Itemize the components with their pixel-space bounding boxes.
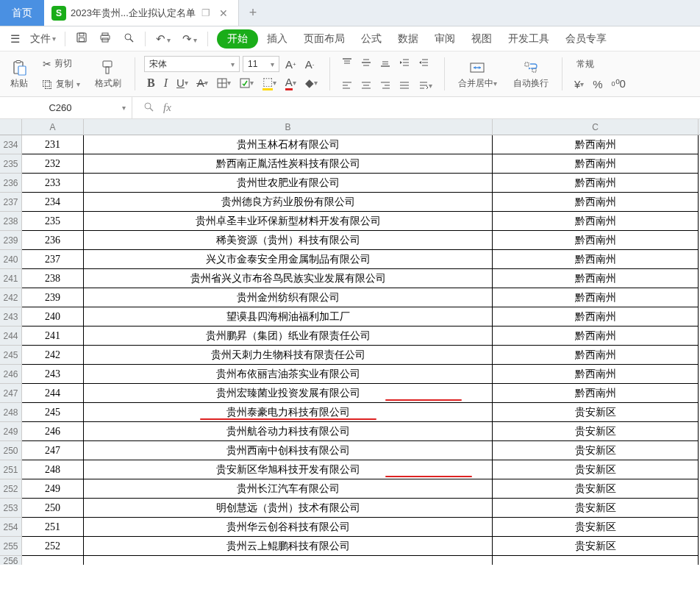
row-header[interactable]: 247 xyxy=(0,384,22,403)
cell[interactable]: 贵安新区 xyxy=(493,460,699,479)
menu-tab-1[interactable]: 插入 xyxy=(260,28,295,50)
cell[interactable]: 黔西南州 xyxy=(493,365,699,384)
menu-tab-2[interactable]: 页面布局 xyxy=(296,28,352,50)
cell[interactable]: 贵州布依丽吉油茶实业有限公司 xyxy=(84,365,493,384)
orientation-icon[interactable]: ▾ xyxy=(415,79,435,92)
row-header[interactable]: 254 xyxy=(0,518,22,537)
align-middle-icon[interactable] xyxy=(358,56,374,69)
cell[interactable]: 248 xyxy=(22,460,84,479)
row-header[interactable]: 239 xyxy=(0,231,22,250)
row-header[interactable]: 244 xyxy=(0,327,22,346)
row-header[interactable]: 246 xyxy=(0,365,22,384)
cell[interactable]: 明创慧远（贵州）技术有限公司 xyxy=(84,499,493,518)
close-icon[interactable]: ✕ xyxy=(216,7,231,19)
indent-decrease-icon[interactable] xyxy=(396,56,413,69)
percent-icon[interactable]: % xyxy=(590,76,605,92)
cell[interactable]: 望谟县四海桐油福利加工厂 xyxy=(84,307,493,327)
row-header[interactable]: 250 xyxy=(0,441,22,460)
cell[interactable]: 贵安新区 xyxy=(493,537,699,556)
cell[interactable]: 黔西南州 xyxy=(493,174,699,193)
print-preview-icon[interactable] xyxy=(118,29,139,49)
file-menu[interactable]: 文件▾ xyxy=(27,32,59,46)
cell[interactable]: 黔西南正胤活性炭科技有限公司 xyxy=(84,154,493,174)
cell[interactable]: 246 xyxy=(22,422,84,441)
cell[interactable]: 贵州鹏昇（集团）纸业有限责任公司 xyxy=(84,327,493,346)
cell[interactable]: 贵安新区 xyxy=(493,518,699,537)
cell[interactable]: 250 xyxy=(22,499,84,518)
font-name-select[interactable]: 宋体▾ xyxy=(144,56,240,72)
bold-button[interactable]: B xyxy=(144,75,158,91)
row-header[interactable]: 245 xyxy=(0,346,22,365)
cell[interactable]: 贵安新区华旭科技开发有限公司 xyxy=(84,460,493,479)
justify-icon[interactable] xyxy=(396,79,413,92)
cell[interactable]: 黔西南州 xyxy=(493,269,699,288)
cell[interactable]: 234 xyxy=(22,193,84,212)
merge-center-button[interactable]: 合并居中▾ xyxy=(454,54,501,93)
cell[interactable]: 贵州世农肥业有限公司 xyxy=(84,174,493,193)
menu-tab-6[interactable]: 视图 xyxy=(464,28,499,50)
cell[interactable] xyxy=(84,556,493,565)
row-header[interactable]: 240 xyxy=(0,250,22,269)
chevron-down-icon[interactable]: ▾ xyxy=(122,104,126,112)
menu-tab-5[interactable]: 审阅 xyxy=(427,28,463,50)
cell[interactable]: 232 xyxy=(22,154,84,174)
cell[interactable]: 贵州天刺力生物科技有限责任公司 xyxy=(84,346,493,365)
menu-tab-0[interactable]: 开始 xyxy=(217,29,258,49)
cell[interactable]: 贵安新区 xyxy=(493,403,699,422)
name-box[interactable]: C260 ▾ xyxy=(0,97,132,118)
cell[interactable]: 242 xyxy=(22,346,84,365)
cell[interactable]: 黔西南州 xyxy=(493,327,699,346)
cell[interactable]: 241 xyxy=(22,327,84,346)
fx-label[interactable]: fx xyxy=(163,101,171,114)
cut-button[interactable]: ✂剪切 xyxy=(40,56,83,71)
cell[interactable]: 黔西南州 xyxy=(493,384,699,403)
cell[interactable]: 236 xyxy=(22,231,84,250)
cell[interactable]: 贵州长江汽车有限公司 xyxy=(84,479,493,499)
fill-color-button[interactable]: ◆▾ xyxy=(302,75,321,91)
cell[interactable]: 贵州西南中创科技有限公司 xyxy=(84,441,493,460)
row-header[interactable]: 238 xyxy=(0,212,22,231)
redo-icon[interactable]: ↷▾ xyxy=(178,29,201,49)
cell[interactable]: 贵州云上鲲鹏科技有限公司 xyxy=(84,537,493,556)
cell[interactable]: 243 xyxy=(22,365,84,384)
row-header[interactable]: 255 xyxy=(0,537,22,556)
row-header[interactable]: 242 xyxy=(0,288,22,307)
tab-document[interactable]: S 2023年贵州...企业拟认定名单 ❐ ✕ xyxy=(44,0,239,26)
print-icon[interactable] xyxy=(95,29,115,49)
cell[interactable]: 233 xyxy=(22,174,84,193)
cell[interactable]: 兴义市金泰安全用金属制品有限公司 xyxy=(84,250,493,269)
cell[interactable]: 237 xyxy=(22,250,84,269)
cell[interactable]: 稀美资源（贵州）科技有限公司 xyxy=(84,231,493,250)
align-center-icon[interactable] xyxy=(358,79,374,92)
increase-font-icon[interactable]: A+ xyxy=(282,57,299,72)
save-icon[interactable] xyxy=(71,29,92,49)
paste-button[interactable]: 粘贴 xyxy=(6,54,32,93)
cell[interactable]: 240 xyxy=(22,307,84,327)
select-all-corner[interactable] xyxy=(0,119,22,135)
row-header[interactable]: 252 xyxy=(0,479,22,499)
align-top-icon[interactable] xyxy=(339,56,355,69)
cell[interactable]: 247 xyxy=(22,441,84,460)
underline-button[interactable]: U▾ xyxy=(174,75,191,90)
hamburger-icon[interactable]: ☰ xyxy=(6,29,24,49)
cell[interactable]: 黔西南州 xyxy=(493,250,699,269)
format-painter-button[interactable]: 格式刷 xyxy=(90,54,126,93)
cell[interactable]: 贵州卓圣丰业环保新型材料开发有限公司 xyxy=(84,212,493,231)
cell[interactable]: 251 xyxy=(22,518,84,537)
cell[interactable]: 黔西南州 xyxy=(493,307,699,327)
row-header[interactable]: 249 xyxy=(0,422,22,441)
search-function-icon[interactable] xyxy=(143,101,154,115)
row-header[interactable]: 235 xyxy=(0,154,22,174)
cell[interactable]: 贵州金州纺织有限公司 xyxy=(84,288,493,307)
col-header-a[interactable]: A xyxy=(22,119,84,135)
align-left-icon[interactable] xyxy=(339,79,355,92)
cell[interactable]: 244 xyxy=(22,384,84,403)
row-header[interactable]: 237 xyxy=(0,193,22,212)
col-header-c[interactable]: C xyxy=(493,119,699,135)
window-restore-icon[interactable]: ❐ xyxy=(200,7,212,18)
cell[interactable]: 贵州德良方药业股份有限公司 xyxy=(84,193,493,212)
cell[interactable]: 贵州华云创谷科技有限公司 xyxy=(84,518,493,537)
cell[interactable]: 贵州省兴义市布谷鸟民族实业发展有限公司 xyxy=(84,269,493,288)
strike-button[interactable]: A▾ xyxy=(194,75,211,90)
cell[interactable]: 231 xyxy=(22,135,84,154)
